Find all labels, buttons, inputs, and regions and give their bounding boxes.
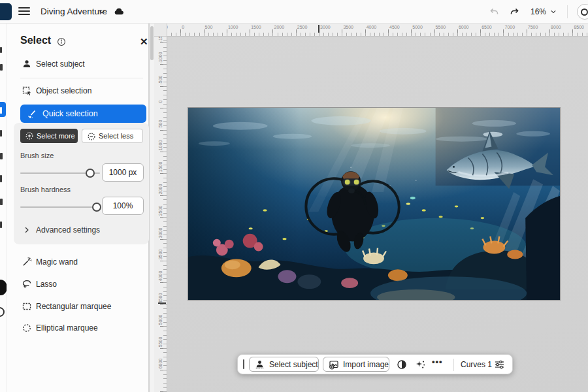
ruler-label: 3500 bbox=[343, 25, 353, 29]
panel-scrollbar bbox=[150, 24, 154, 392]
auto-enhance-sparkles-icon[interactable] bbox=[415, 359, 426, 370]
button-label: Select more bbox=[37, 132, 75, 140]
horizontal-ruler: -500050010001500200025003000350040004500… bbox=[154, 24, 588, 37]
person-icon bbox=[255, 359, 265, 369]
clipped-tool-icon[interactable] bbox=[0, 221, 2, 228]
chevron-down-icon[interactable] bbox=[550, 8, 557, 15]
hamburger-menu-icon[interactable] bbox=[18, 7, 30, 16]
import-image-button[interactable]: Import image bbox=[323, 357, 389, 372]
top-bar: Diving Adventure 16% bbox=[0, 0, 588, 24]
close-icon[interactable]: ✕ bbox=[138, 34, 150, 50]
ruler-label: 8000 bbox=[551, 25, 561, 29]
ruler-label: 3000 bbox=[158, 223, 163, 242]
app-logo[interactable] bbox=[0, 3, 12, 20]
ruler-label: 1000 bbox=[228, 25, 238, 29]
topbar-divider bbox=[567, 5, 568, 18]
tool-label: Quick selection bbox=[42, 109, 98, 118]
ruler-corner bbox=[154, 24, 167, 37]
ruler-label: 4500 bbox=[158, 289, 163, 307]
redo-icon[interactable] bbox=[510, 7, 520, 17]
ruler-label: 5500 bbox=[158, 333, 163, 351]
ruler-label: -1000 bbox=[158, 49, 163, 67]
document-title[interactable]: Diving Adventure bbox=[41, 7, 107, 16]
lasso-icon bbox=[22, 279, 32, 289]
ruler-label: 5000 bbox=[412, 25, 423, 29]
clipped-toolbar bbox=[0, 24, 7, 392]
tool-label: Rectangular marquee bbox=[36, 302, 111, 311]
tool-label: Object selection bbox=[36, 86, 91, 95]
brush-hardness-slider[interactable] bbox=[20, 206, 100, 208]
tool-rectangular-marquee[interactable]: Rectangular marquee bbox=[14, 299, 143, 314]
select-more-button[interactable]: Select more bbox=[20, 129, 78, 143]
adjustments-contrast-icon[interactable] bbox=[397, 359, 407, 370]
ruler-label: 8500 bbox=[574, 25, 584, 29]
info-icon[interactable] bbox=[57, 37, 66, 46]
clipped-tool-icon[interactable] bbox=[0, 175, 2, 182]
brush-hardness-input[interactable]: 100% bbox=[102, 197, 144, 215]
clipped-tool-icon[interactable] bbox=[0, 47, 2, 53]
advanced-settings-toggle[interactable]: Advanced settings bbox=[23, 223, 140, 237]
ruler-label: 1500 bbox=[251, 25, 261, 29]
clipped-tool-icon[interactable] bbox=[0, 64, 3, 71]
brush-size-slider-handle[interactable] bbox=[86, 169, 95, 178]
scrollbar-thumb[interactable] bbox=[150, 26, 154, 60]
taskbar-drag-handle[interactable] bbox=[243, 359, 244, 369]
zoom-level[interactable]: 16% bbox=[531, 7, 546, 16]
ruler-label: 4000 bbox=[367, 25, 377, 29]
advanced-settings-label: Advanced settings bbox=[36, 225, 100, 235]
contextual-taskbar: Select subject Import image ••• Curves 1 bbox=[237, 354, 513, 374]
ruler-label: 1000 bbox=[158, 137, 163, 155]
account-button[interactable] bbox=[577, 4, 588, 20]
add-selection-icon bbox=[25, 131, 34, 140]
clipped-tool-icon[interactable] bbox=[0, 153, 3, 159]
chevron-right-icon bbox=[23, 226, 31, 234]
subtract-selection-icon bbox=[87, 132, 96, 141]
canvas-image[interactable] bbox=[188, 107, 561, 301]
ruler-label: 3000 bbox=[320, 25, 331, 29]
properties-sliders-icon[interactable] bbox=[494, 359, 505, 370]
panel-divider bbox=[20, 78, 143, 78]
rectangular-marquee-icon bbox=[22, 301, 32, 312]
tool-magic-wand[interactable]: Magic wand bbox=[14, 254, 143, 270]
tool-label: Lasso bbox=[36, 280, 57, 289]
quick-selection-options: Select more Select less Brush size 1000 … bbox=[14, 123, 149, 244]
canvas-workspace[interactable] bbox=[168, 37, 588, 392]
ruler-label: 6000 bbox=[459, 25, 469, 29]
tool-lasso[interactable]: Lasso bbox=[14, 276, 143, 292]
brush-size-label: Brush size bbox=[20, 152, 54, 159]
ruler-label: 5000 bbox=[158, 311, 163, 329]
undo-icon[interactable] bbox=[489, 7, 499, 17]
more-options-icon[interactable]: ••• bbox=[432, 357, 443, 367]
ruler-label: 6500 bbox=[482, 25, 492, 29]
panel-title: Select bbox=[20, 35, 51, 46]
cloud-sync-icon[interactable] bbox=[112, 6, 125, 17]
clipped-tool-icon[interactable] bbox=[0, 130, 2, 137]
brush-hardness-slider-handle[interactable] bbox=[92, 203, 101, 212]
ruler-label: 5500 bbox=[436, 25, 446, 29]
photoshop-web-app: { "topbar": { "document_title": "Diving … bbox=[0, 0, 588, 392]
brush-size-input[interactable]: 1000 px bbox=[102, 163, 144, 182]
adjustment-layer-chip[interactable]: Curves 1 bbox=[461, 360, 492, 369]
ruler-label: 7500 bbox=[528, 25, 538, 29]
ruler-label: 4000 bbox=[158, 267, 163, 286]
tool-object-selection[interactable]: Object selection bbox=[14, 83, 143, 99]
object-selection-icon bbox=[22, 86, 32, 96]
ruler-label: 2500 bbox=[297, 25, 308, 29]
tool-elliptical-marquee[interactable]: Elliptical marquee bbox=[14, 320, 143, 336]
clipped-tool-icon[interactable] bbox=[0, 199, 3, 205]
select-subject-button[interactable]: Select subject bbox=[249, 357, 319, 372]
chevron-down-icon[interactable] bbox=[98, 8, 106, 16]
tool-quick-selection-active[interactable]: Quick selection bbox=[20, 105, 146, 123]
brush-hardness-label: Brush hardness bbox=[20, 186, 71, 193]
tool-label: Select subject bbox=[36, 59, 85, 69]
tool-label: Elliptical marquee bbox=[36, 323, 98, 333]
ruler-label: 2500 bbox=[158, 202, 163, 220]
clipped-tool-icon[interactable] bbox=[0, 307, 5, 317]
taskbar-divider bbox=[453, 359, 454, 371]
ruler-cursor-marker bbox=[318, 25, 319, 33]
person-icon bbox=[22, 59, 32, 69]
select-less-button[interactable]: Select less bbox=[82, 129, 143, 143]
tool-select-subject[interactable]: Select subject bbox=[14, 56, 143, 72]
ruler-label: 500 bbox=[158, 114, 163, 133]
ruler-label: 7000 bbox=[505, 25, 515, 29]
